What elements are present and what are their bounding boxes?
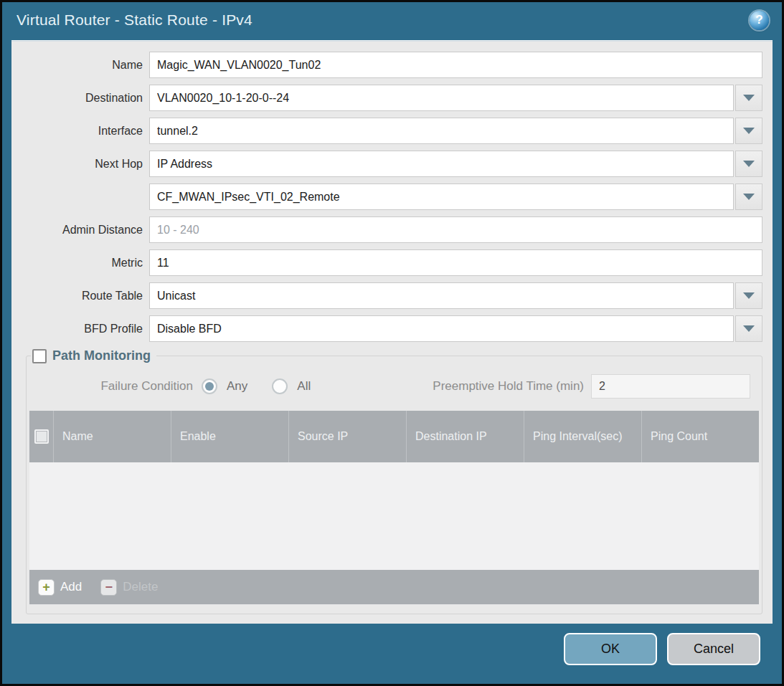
name-label: Name bbox=[11, 59, 149, 72]
failure-condition-all-option: All bbox=[272, 378, 311, 394]
nexthop-type-dropdown-button[interactable] bbox=[735, 151, 762, 177]
path-monitoring-section: Path Monitoring Failure Condition Any Al… bbox=[26, 348, 762, 614]
chevron-down-icon bbox=[743, 95, 755, 101]
column-header-ping-count[interactable]: Ping Count bbox=[642, 411, 759, 462]
radio-any[interactable] bbox=[202, 378, 217, 394]
chevron-down-icon bbox=[743, 325, 755, 332]
bfd-profile-field[interactable] bbox=[149, 315, 734, 342]
failure-condition-row: Failure Condition Any All Preemptive Hol… bbox=[27, 373, 750, 399]
nexthop-type-field[interactable] bbox=[149, 151, 734, 177]
plus-icon: + bbox=[38, 579, 55, 596]
path-monitoring-legend: Path Monitoring bbox=[31, 348, 156, 363]
bfd-profile-dropdown-button[interactable] bbox=[735, 315, 762, 342]
failure-condition-label: Failure Condition bbox=[27, 379, 202, 394]
form-row-admin-distance: Admin Distance bbox=[11, 216, 762, 243]
interface-dropdown-button[interactable] bbox=[735, 118, 762, 144]
table-header: Name Enable Source IP Destination IP Pin… bbox=[29, 411, 759, 462]
minus-icon: − bbox=[100, 579, 117, 596]
table-header-checkbox-cell bbox=[29, 411, 54, 462]
metric-field[interactable] bbox=[149, 249, 762, 276]
column-header-destination-ip[interactable]: Destination IP bbox=[407, 411, 524, 462]
chevron-down-icon bbox=[743, 194, 755, 200]
route-table-field[interactable] bbox=[149, 282, 734, 309]
form-row-nexthop-address bbox=[11, 184, 762, 210]
preemptive-hold-time: Preemptive Hold Time (min) bbox=[433, 374, 750, 399]
title-bar: Virtual Router - Static Route - IPv4 ? bbox=[2, 2, 782, 38]
preemptive-hold-time-field[interactable] bbox=[591, 374, 750, 399]
chevron-down-icon bbox=[743, 292, 755, 299]
cancel-button[interactable]: Cancel bbox=[667, 633, 760, 665]
nexthop-address-dropdown-button[interactable] bbox=[735, 184, 762, 210]
select-all-checkbox[interactable] bbox=[34, 429, 49, 444]
delete-button[interactable]: − Delete bbox=[100, 579, 158, 596]
destination-field[interactable] bbox=[149, 85, 734, 111]
admin-distance-label: Admin Distance bbox=[11, 224, 149, 237]
table-toolbar: + Add − Delete bbox=[29, 570, 759, 604]
static-route-dialog: Virtual Router - Static Route - IPv4 ? N… bbox=[0, 0, 784, 686]
path-monitoring-checkbox[interactable] bbox=[32, 349, 47, 363]
admin-distance-field[interactable] bbox=[149, 216, 762, 243]
form-row-destination: Destination bbox=[11, 85, 762, 111]
dialog-footer: OK Cancel bbox=[2, 622, 782, 684]
route-table-label: Route Table bbox=[11, 290, 149, 302]
form-row-interface: Interface bbox=[11, 118, 762, 144]
path-monitoring-table: Name Enable Source IP Destination IP Pin… bbox=[29, 411, 759, 604]
nexthop-address-field[interactable] bbox=[149, 184, 734, 210]
form-row-route-table: Route Table bbox=[11, 282, 762, 309]
chevron-down-icon bbox=[743, 161, 755, 167]
metric-label: Metric bbox=[11, 257, 149, 270]
destination-dropdown-button[interactable] bbox=[735, 85, 762, 111]
column-header-enable[interactable]: Enable bbox=[171, 411, 289, 462]
interface-label: Interface bbox=[11, 125, 149, 138]
delete-button-label: Delete bbox=[123, 580, 158, 594]
add-button-label: Add bbox=[60, 580, 82, 594]
chevron-down-icon bbox=[743, 128, 755, 134]
destination-label: Destination bbox=[11, 92, 149, 105]
column-header-source-ip[interactable]: Source IP bbox=[289, 411, 407, 462]
dialog-title: Virtual Router - Static Route - IPv4 bbox=[16, 11, 750, 29]
interface-field[interactable] bbox=[149, 118, 734, 144]
preemptive-hold-time-label: Preemptive Hold Time (min) bbox=[433, 379, 591, 394]
radio-all[interactable] bbox=[272, 378, 288, 394]
nexthop-label: Next Hop bbox=[11, 158, 149, 171]
ok-button[interactable]: OK bbox=[564, 633, 657, 665]
name-field[interactable] bbox=[149, 52, 762, 78]
radio-any-label: Any bbox=[227, 379, 247, 394]
form-row-metric: Metric bbox=[11, 249, 762, 276]
form-row-bfd-profile: BFD Profile bbox=[11, 315, 762, 342]
failure-condition-any-option: Any bbox=[202, 378, 247, 394]
dialog-content: Name Destination Interface Next Hop bbox=[11, 40, 773, 624]
form-row-nexthop: Next Hop bbox=[11, 151, 762, 177]
help-icon[interactable]: ? bbox=[750, 11, 769, 30]
add-button[interactable]: + Add bbox=[38, 579, 82, 596]
radio-all-label: All bbox=[297, 379, 311, 394]
column-header-ping-interval[interactable]: Ping Interval(sec) bbox=[524, 411, 642, 462]
route-table-dropdown-button[interactable] bbox=[735, 282, 762, 309]
form-row-name: Name bbox=[11, 52, 762, 78]
column-header-name[interactable]: Name bbox=[54, 411, 171, 462]
bfd-profile-label: BFD Profile bbox=[11, 323, 149, 335]
table-body-empty bbox=[29, 462, 759, 570]
path-monitoring-title: Path Monitoring bbox=[52, 348, 151, 363]
